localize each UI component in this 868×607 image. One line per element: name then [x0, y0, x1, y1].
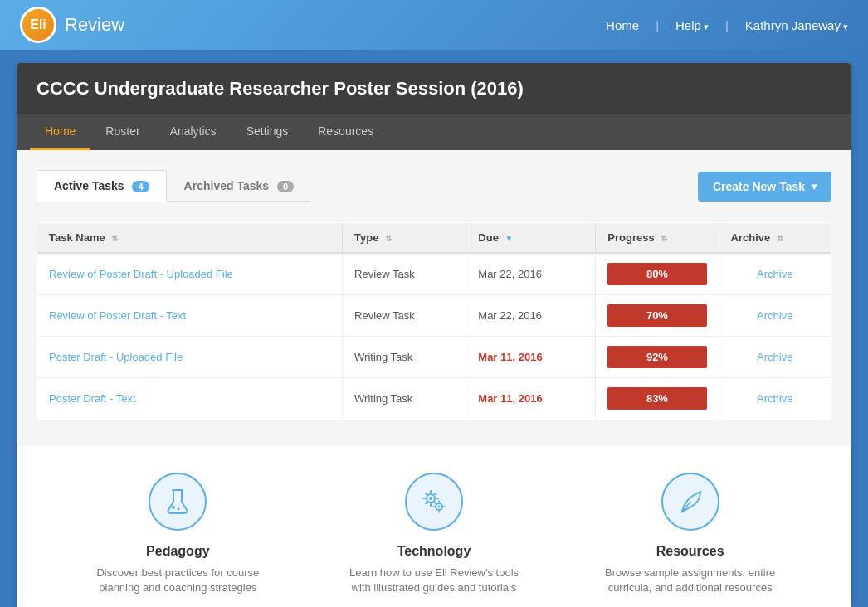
- task-due-cell: Mar 11, 2016: [466, 378, 596, 420]
- sort-icon-progress: ⇅: [661, 234, 667, 243]
- pedagogy-desc: Discover best practices for course plann…: [86, 566, 269, 595]
- sort-icon-type: ⇅: [385, 234, 392, 243]
- technology-icon-circle: [405, 473, 463, 531]
- svg-point-1: [172, 506, 175, 509]
- task-archive-cell: Archive: [719, 337, 831, 378]
- leaf-icon: [675, 487, 705, 517]
- sort-icon-name: ⇅: [111, 234, 118, 243]
- create-new-task-button[interactable]: Create New Task ▾: [698, 172, 831, 202]
- technology-desc: Learn how to use Eli Review's tools with…: [343, 566, 525, 595]
- pedagogy-icon-circle: [149, 473, 207, 531]
- task-due-cell: Mar 22, 2016: [466, 295, 596, 337]
- task-due-cell: Mar 22, 2016: [466, 253, 596, 295]
- nav-help[interactable]: Help: [675, 18, 709, 32]
- course-tab-resources[interactable]: Resources: [303, 114, 388, 150]
- resources-icon-circle: [661, 473, 719, 531]
- info-blocks: Pedagogy Discover best practices for cou…: [17, 446, 851, 607]
- nav-links: Home | Help | Kathryn Janeway: [606, 18, 848, 32]
- progress-bar: 83%: [607, 387, 706, 410]
- logo-icon: Eli: [20, 7, 56, 43]
- task-name-link[interactable]: Poster Draft - Uploaded File: [49, 351, 183, 363]
- task-progress-cell: 80%: [596, 253, 719, 295]
- task-progress-cell: 92%: [596, 337, 719, 378]
- archive-link[interactable]: Archive: [757, 351, 792, 363]
- task-type-cell: Writing Task: [343, 337, 466, 378]
- task-type-cell: Writing Task: [343, 378, 466, 420]
- table-row: Review of Poster Draft - Text Review Tas…: [37, 295, 831, 337]
- svg-point-4: [429, 497, 432, 500]
- course-title: CCCC Undergraduate Researcher Poster Ses…: [37, 78, 524, 99]
- col-header-type[interactable]: Type ⇅: [343, 223, 466, 254]
- due-date-highlight: Mar 11, 2016: [478, 392, 542, 405]
- task-tabs: Active Tasks 4 Archived Tasks 0: [37, 170, 311, 202]
- due-date: Mar 22, 2016: [478, 268, 542, 280]
- course-header: CCCC Undergraduate Researcher Poster Ses…: [17, 63, 851, 114]
- tabs-row: Active Tasks 4 Archived Tasks 0 Create N…: [37, 170, 831, 202]
- course-tab-home[interactable]: Home: [30, 114, 90, 150]
- task-type: Review Task: [354, 268, 415, 280]
- sort-icon-due: ▼: [505, 234, 513, 243]
- tab-active-tasks[interactable]: Active Tasks 4: [37, 170, 167, 202]
- progress-bar: 70%: [607, 304, 706, 327]
- task-progress-cell: 70%: [596, 295, 719, 337]
- nav-home[interactable]: Home: [606, 18, 639, 32]
- due-date: Mar 22, 2016: [478, 309, 542, 322]
- tasks-table: Task Name ⇅ Type ⇅ Due ▼ Progress ⇅ Arch…: [37, 222, 831, 420]
- main-container: CCCC Undergraduate Researcher Poster Ses…: [0, 50, 868, 607]
- task-archive-cell: Archive: [719, 295, 831, 337]
- task-due-cell: Mar 11, 2016: [466, 337, 596, 378]
- archived-tasks-label: Archived Tasks: [184, 179, 269, 192]
- task-progress-cell: 83%: [596, 378, 719, 420]
- col-header-due[interactable]: Due ▼: [466, 223, 596, 254]
- table-row: Poster Draft - Text Writing Task Mar 11,…: [37, 378, 831, 420]
- gears-icon: [419, 487, 449, 517]
- technology-title: Technology: [397, 544, 471, 559]
- svg-rect-0: [172, 489, 183, 491]
- content-area: Active Tasks 4 Archived Tasks 0 Create N…: [17, 150, 851, 446]
- course-tab-analytics[interactable]: Analytics: [155, 114, 232, 150]
- col-header-task-name[interactable]: Task Name ⇅: [37, 223, 343, 254]
- task-name-link[interactable]: Poster Draft - Text: [49, 392, 136, 405]
- task-name-cell: Poster Draft - Text: [37, 378, 343, 420]
- flask-icon: [163, 487, 193, 517]
- col-header-progress[interactable]: Progress ⇅: [596, 223, 719, 254]
- top-navigation: Eli Review Home | Help | Kathryn Janeway: [0, 0, 868, 50]
- task-name-cell: Review of Poster Draft - Uploaded File: [37, 253, 343, 295]
- task-name-link[interactable]: Review of Poster Draft - Uploaded File: [49, 268, 233, 280]
- task-type: Review Task: [354, 309, 415, 322]
- course-card: CCCC Undergraduate Researcher Poster Ses…: [17, 63, 851, 607]
- task-type-cell: Review Task: [343, 295, 466, 337]
- task-name-cell: Review of Poster Draft - Text: [37, 295, 343, 337]
- course-tabs: Home Roster Analytics Settings Resources: [17, 114, 851, 150]
- course-tab-settings[interactable]: Settings: [232, 114, 304, 150]
- pedagogy-title: Pedagogy: [146, 544, 209, 559]
- due-date-highlight: Mar 11, 2016: [478, 351, 542, 363]
- svg-point-6: [437, 506, 440, 508]
- active-tasks-count: 4: [132, 181, 149, 192]
- create-btn-label: Create New Task: [713, 180, 805, 193]
- archive-link[interactable]: Archive: [757, 309, 792, 322]
- task-name-link[interactable]: Review of Poster Draft - Text: [49, 309, 186, 322]
- task-archive-cell: Archive: [719, 378, 831, 420]
- task-type-cell: Review Task: [343, 253, 466, 295]
- nav-user[interactable]: Kathryn Janeway: [745, 18, 848, 32]
- task-archive-cell: Archive: [719, 253, 831, 295]
- archive-link[interactable]: Archive: [757, 268, 792, 280]
- task-type: Writing Task: [354, 351, 412, 363]
- task-type: Writing Task: [354, 392, 412, 405]
- info-block-pedagogy: Pedagogy Discover best practices for cou…: [86, 473, 269, 595]
- table-row: Poster Draft - Uploaded File Writing Tas…: [37, 337, 831, 378]
- resources-title: Resources: [656, 544, 724, 559]
- info-block-resources: Resources Browse sample assignments, ent…: [599, 473, 782, 595]
- col-header-archive[interactable]: Archive ⇅: [719, 223, 831, 254]
- tab-archived-tasks[interactable]: Archived Tasks 0: [167, 170, 311, 202]
- nav-separator-2: |: [725, 18, 729, 32]
- svg-point-2: [178, 508, 180, 511]
- progress-bar: 92%: [607, 346, 706, 368]
- table-row: Review of Poster Draft - Uploaded File R…: [37, 253, 831, 295]
- task-name-cell: Poster Draft - Uploaded File: [37, 337, 343, 378]
- course-tab-roster[interactable]: Roster: [90, 114, 154, 150]
- archive-link[interactable]: Archive: [757, 392, 792, 405]
- progress-bar: 80%: [607, 263, 706, 285]
- create-btn-arrow-icon: ▾: [812, 181, 817, 192]
